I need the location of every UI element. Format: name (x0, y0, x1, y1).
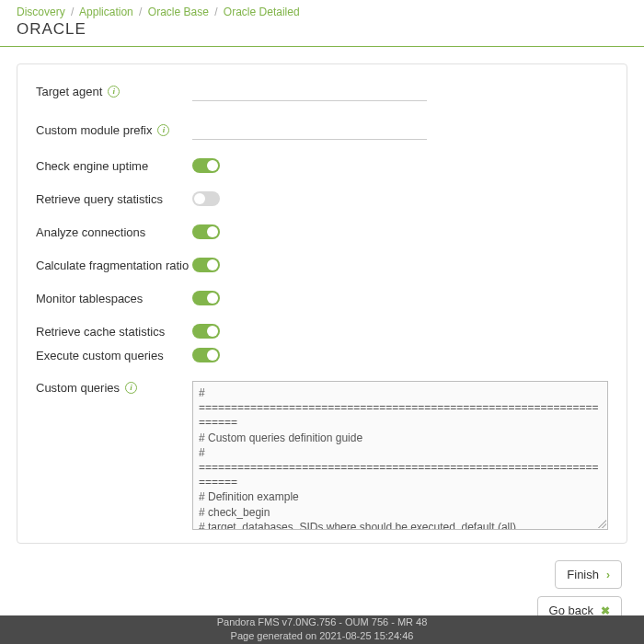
label-custom-queries: Custom queries (36, 381, 120, 395)
label-prefix: Custom module prefix (36, 123, 152, 137)
toggle-exec-custom[interactable] (192, 348, 220, 362)
row-analyze-conn: Analyze connections (36, 224, 608, 239)
info-icon[interactable]: i (108, 86, 120, 98)
toggle-tablespaces[interactable] (192, 291, 220, 305)
row-target-agent: Target agent i (36, 81, 608, 101)
close-icon: ✖ (601, 604, 610, 617)
config-panel: Target agent i Custom module prefix i Ch… (17, 63, 627, 544)
row-tablespaces: Monitor tablespaces (36, 291, 608, 305)
label-tablespaces: Monitor tablespaces (36, 292, 143, 305)
row-cache-stats: Retrieve cache statistics (36, 324, 608, 339)
toggle-uptime[interactable] (192, 158, 220, 173)
info-icon[interactable]: i (125, 382, 137, 394)
row-query-stats: Retrieve query statistics (36, 191, 608, 206)
row-fragmentation: Calculate fragmentation ratio (36, 258, 608, 272)
toggle-cache-stats[interactable] (192, 324, 220, 339)
label-query-stats: Retrieve query statistics (36, 192, 163, 206)
label-exec-custom: Execute custom queries (36, 349, 164, 362)
footer-version: Pandora FMS v7.0NG.756 - OUM 756 - MR 48 (0, 615, 644, 628)
crumb-discovery[interactable]: Discovery (17, 6, 65, 18)
finish-label: Finish (567, 568, 599, 581)
row-uptime: Check engine uptime (36, 158, 608, 173)
label-target-agent: Target agent (36, 85, 102, 98)
finish-button[interactable]: Finish › (555, 560, 622, 589)
custom-queries-textarea[interactable] (193, 382, 607, 529)
label-fragmentation: Calculate fragmentation ratio (36, 259, 189, 272)
page-title: ORACLE (0, 18, 644, 47)
label-cache-stats: Retrieve cache statistics (36, 325, 165, 339)
prefix-input[interactable] (192, 120, 427, 140)
toggle-fragmentation[interactable] (192, 258, 220, 272)
crumb-application[interactable]: Application (79, 6, 133, 18)
label-analyze-conn: Analyze connections (36, 225, 145, 239)
row-exec-custom: Execute custom queries (36, 348, 608, 362)
crumb-oracle-base[interactable]: Oracle Base (148, 6, 209, 18)
chevron-right-icon: › (606, 569, 610, 581)
resize-handle-icon[interactable] (597, 519, 606, 528)
footer: Pandora FMS v7.0NG.756 - OUM 756 - MR 48… (0, 615, 644, 644)
row-prefix: Custom module prefix i (36, 120, 608, 140)
info-icon[interactable]: i (157, 124, 169, 136)
target-agent-input[interactable] (192, 81, 427, 101)
custom-queries-box (192, 381, 608, 530)
crumb-oracle-detailed: Oracle Detailed (224, 6, 300, 18)
row-custom-queries: Custom queries i (36, 381, 608, 530)
toggle-query-stats[interactable] (192, 191, 220, 206)
footer-timestamp: Page generated on 2021-08-25 15:24:46 (0, 629, 644, 642)
breadcrumb: Discovery / Application / Oracle Base / … (0, 0, 644, 18)
label-uptime: Check engine uptime (36, 159, 148, 173)
toggle-analyze-conn[interactable] (192, 224, 220, 239)
